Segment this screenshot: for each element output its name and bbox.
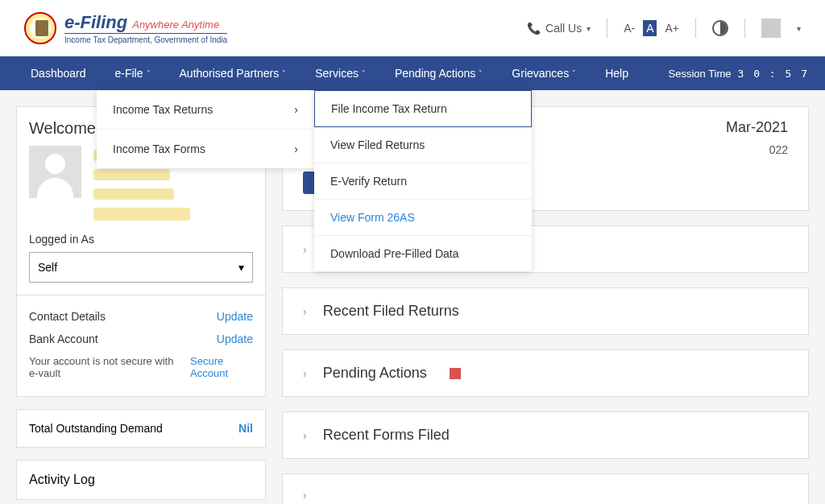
recent-filed-section[interactable]: › Recent Filed Returns xyxy=(282,287,809,335)
demand-label: Total Outstanding Demand xyxy=(29,422,163,435)
submenu-everify[interactable]: E-Verify Return xyxy=(314,163,532,200)
chevron-right-icon: › xyxy=(303,305,307,318)
secure-row: Your account is not secure with e-vault … xyxy=(29,350,253,384)
chevron-up-icon: ˄ xyxy=(147,69,151,77)
call-us-dropdown[interactable]: 📞 Call Us ▾ xyxy=(527,22,591,35)
nav-label: Help xyxy=(605,67,628,80)
nav-label: Authorised Partners xyxy=(180,67,280,80)
logged-as-label: Logged in As xyxy=(29,233,253,246)
header-right: 📞 Call Us ▾ A- A A+ ▾ xyxy=(527,19,801,38)
bank-row: Bank Account Update xyxy=(29,328,253,350)
nav-efile[interactable]: e-File˄ xyxy=(101,56,165,90)
contact-label: Contact Details xyxy=(29,310,106,323)
alert-badge-icon xyxy=(450,368,461,379)
redacted-bar xyxy=(93,208,190,221)
contact-row: Contact Details Update xyxy=(29,305,253,328)
submenu-file-itr[interactable]: File Income Tax Return xyxy=(314,90,532,127)
submenu-label: Income Tax Forms xyxy=(113,143,205,155)
extra-section[interactable]: › xyxy=(282,473,809,504)
efile-submenu: Income Tax Returns › Income Tax Forms › xyxy=(97,90,314,168)
role-select[interactable]: Self ▾ xyxy=(29,252,253,283)
font-controls: A- A A+ xyxy=(624,20,679,36)
brand: e-Filing Anywhere Anytime Income Tax Dep… xyxy=(64,12,227,44)
chevron-down-icon[interactable]: ▾ xyxy=(797,24,801,33)
update-contact-link[interactable]: Update xyxy=(217,310,253,323)
divider xyxy=(607,19,607,38)
session-timer: Session Time 3 0 : 5 7 xyxy=(669,68,810,80)
divider xyxy=(17,295,265,295)
chevron-down-icon: ˅ xyxy=(362,69,366,77)
submenu-label: Income Tax Returns xyxy=(113,103,213,116)
section-title: Pending Actions xyxy=(323,365,427,382)
chevron-right-icon: › xyxy=(294,103,298,116)
submenu-form-26as[interactable]: View Form 26AS xyxy=(314,200,532,236)
submenu-view-filed[interactable]: View Filed Returns xyxy=(314,127,532,163)
nav-partners[interactable]: Authorised Partners˅ xyxy=(165,56,301,90)
date-text: Mar-2021 xyxy=(726,119,788,136)
demand-card: Total Outstanding Demand Nil xyxy=(16,409,266,448)
nav-pending[interactable]: Pending Actions˅ xyxy=(380,56,497,90)
nav-label: Services xyxy=(315,67,359,80)
brand-sub: Income Tax Department, Government of Ind… xyxy=(64,33,227,44)
activity-card: Activity Log xyxy=(16,460,266,500)
nav-label: Grievances xyxy=(512,67,569,80)
nav-label: Pending Actions xyxy=(395,67,475,80)
font-decrease-button[interactable]: A- xyxy=(624,22,635,35)
activity-label: Activity Log xyxy=(29,473,95,486)
divider xyxy=(744,19,745,38)
user-avatar[interactable] xyxy=(761,19,781,38)
nav-grievances[interactable]: Grievances˅ xyxy=(497,56,591,90)
section-title: Recent Filed Returns xyxy=(323,303,459,320)
caret-down-icon: ▾ xyxy=(238,261,244,274)
font-increase-button[interactable]: A+ xyxy=(665,22,679,35)
chevron-down-icon: ˅ xyxy=(479,69,483,77)
update-bank-link[interactable]: Update xyxy=(217,333,253,345)
avatar-icon xyxy=(29,146,81,198)
brand-name: e-Filing xyxy=(64,12,127,33)
session-time: 3 0 : 5 7 xyxy=(738,68,809,80)
brand-tagline: Anywhere Anytime xyxy=(132,19,219,31)
chevron-right-icon: › xyxy=(303,367,307,380)
phone-icon: 📞 xyxy=(527,22,541,35)
chevron-down-icon: ˅ xyxy=(572,69,576,77)
returns-submenu: File Income Tax Return View Filed Return… xyxy=(314,90,532,271)
chevron-down-icon: ˅ xyxy=(282,69,286,77)
select-value: Self xyxy=(38,261,57,274)
recent-forms-section[interactable]: › Recent Forms Filed xyxy=(282,411,809,459)
chevron-right-icon: › xyxy=(303,489,307,502)
navbar: Dashboard e-File˄ Authorised Partners˅ S… xyxy=(0,56,825,90)
chevron-down-icon: ▾ xyxy=(587,24,591,33)
call-us-label: Call Us xyxy=(545,22,582,35)
secure-account-link[interactable]: Secure Account xyxy=(190,355,253,379)
secure-msg: Your account is not secure with e-vault xyxy=(29,355,182,379)
demand-value: Nil xyxy=(238,422,253,435)
emblem-icon xyxy=(24,12,56,44)
font-normal-button[interactable]: A xyxy=(643,20,657,36)
redacted-bar xyxy=(93,169,170,180)
nav-dashboard[interactable]: Dashboard xyxy=(16,56,101,90)
redacted-bar xyxy=(93,188,174,200)
nav-services[interactable]: Services˅ xyxy=(301,56,380,90)
header: e-Filing Anywhere Anytime Income Tax Dep… xyxy=(0,0,825,56)
pending-actions-section[interactable]: › Pending Actions xyxy=(282,349,809,397)
nav-help[interactable]: Help xyxy=(591,56,643,90)
nav-label: Dashboard xyxy=(31,67,86,80)
logo-area: e-Filing Anywhere Anytime Income Tax Dep… xyxy=(24,12,227,44)
chevron-right-icon: › xyxy=(303,243,307,256)
submenu-download-prefilled[interactable]: Download Pre-Filled Data xyxy=(314,236,532,271)
chevron-right-icon: › xyxy=(303,429,307,442)
submenu-income-tax-forms[interactable]: Income Tax Forms › xyxy=(97,130,314,168)
bank-label: Bank Account xyxy=(29,333,98,345)
chevron-right-icon: › xyxy=(294,143,298,155)
session-label: Session Time xyxy=(669,68,732,80)
submenu-income-tax-returns[interactable]: Income Tax Returns › xyxy=(97,90,314,130)
theme-toggle-icon[interactable] xyxy=(712,20,728,36)
year-text: 022 xyxy=(769,143,788,156)
divider xyxy=(695,19,696,38)
nav-label: e-File xyxy=(115,67,143,80)
section-title: Recent Forms Filed xyxy=(323,427,450,444)
